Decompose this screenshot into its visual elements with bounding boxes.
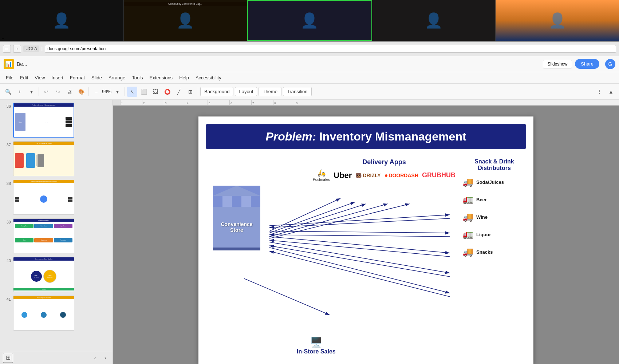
shapes-tool-button[interactable]: ⭕ xyxy=(162,87,172,97)
menu-tools[interactable]: Tools xyxy=(129,74,146,82)
user-avatar[interactable]: G xyxy=(605,59,615,69)
slide-num-39: 39 xyxy=(2,218,11,224)
zoom-decrease-button[interactable]: − xyxy=(91,87,101,97)
ruler-mark-8: 8 xyxy=(273,100,295,105)
slide-item-37[interactable]: 37 The OLD Way (as 2022) xyxy=(1,141,111,177)
store-roof-triangle xyxy=(213,186,260,196)
ruler-mark-3: 3 xyxy=(164,100,186,105)
video-bar: 👤 👤 Community Conference Bag... 👤 👤 👤 xyxy=(0,0,619,41)
video-cell-5[interactable]: 👤 xyxy=(496,0,619,41)
paint-format-button[interactable]: 🎨 xyxy=(76,87,86,97)
svg-line-3 xyxy=(269,204,366,235)
video-cell-3[interactable]: 👤 xyxy=(247,0,372,41)
menu-extensions[interactable]: Extensions xyxy=(147,74,176,82)
person-5: 👤 xyxy=(496,0,619,41)
drizly-bear-icon: 🐻 xyxy=(355,173,362,178)
snack-distributors-section: Snack & DrinkDistributors 🚚 Soda/Juices … xyxy=(462,158,526,264)
slide-thumb-40[interactable]: Convenience Store Market 150k+ US Stores… xyxy=(13,257,74,292)
instore-label: In-Store Sales xyxy=(297,348,336,355)
store-body: ConvenienceStore xyxy=(213,207,260,250)
ruler-area: 1 2 3 4 5 6 7 8 9 xyxy=(113,100,619,106)
menu-view[interactable]: View xyxy=(32,74,48,82)
zoom-dropdown-button[interactable]: ▾ xyxy=(112,87,122,97)
print-button[interactable]: 🖨 xyxy=(64,87,75,97)
slide-item-40[interactable]: 40 Convenience Store Market 150k+ US Sto… xyxy=(1,256,111,293)
theme-button[interactable]: Theme xyxy=(259,87,281,96)
forward-button[interactable]: → xyxy=(13,45,21,53)
redo-button[interactable]: ↪ xyxy=(53,87,63,97)
more-options-button[interactable]: ⋮ xyxy=(594,87,604,97)
collapse-button[interactable]: ▲ xyxy=(606,87,616,97)
truck-icon-snacks: 🚚 xyxy=(462,247,473,257)
video-name-1 xyxy=(2,38,4,39)
thumb37-title: The OLD Way (as 2022) xyxy=(13,142,74,145)
undo-button[interactable]: ↩ xyxy=(41,87,51,97)
next-slide-button[interactable]: › xyxy=(101,353,110,362)
video-cell-4[interactable]: 👤 xyxy=(372,0,496,41)
slide-item-36[interactable]: 36 Problem: Inventory Mismanagement Stor… xyxy=(1,102,111,138)
slide-title-bar[interactable]: Problem: Inventory Mismanagement xyxy=(206,124,526,149)
ucla-tab[interactable]: UCLA xyxy=(23,46,39,52)
line-tool-button[interactable]: ╱ xyxy=(174,87,184,97)
share-button[interactable]: Share xyxy=(575,59,599,69)
main-editing-area: 1 2 3 4 5 6 7 8 9 xyxy=(113,100,619,364)
slide-canvas-area[interactable]: Problem: Inventory Mismanagement xyxy=(113,106,619,364)
slide-item-39[interactable]: 39 Potential Markets Grocery Store Conv.… xyxy=(1,218,111,254)
menu-format[interactable]: Format xyxy=(67,74,88,82)
slide-num-40: 40 xyxy=(2,257,11,263)
awning-stripe-3 xyxy=(232,196,241,207)
zoom-in-button[interactable]: + xyxy=(15,87,25,97)
dist-label-beer: Beer xyxy=(476,197,487,202)
back-button[interactable]: ← xyxy=(3,45,11,53)
select-tool-button[interactable]: ↖ xyxy=(127,87,137,97)
slide-thumb-38[interactable]: Inventory Ordering, Management & Sales T… xyxy=(13,180,74,215)
menu-accessibility[interactable]: Accessibility xyxy=(193,74,224,82)
truck-icon-beer: 🚛 xyxy=(462,194,473,205)
video-cell-2[interactable]: 👤 Community Conference Bag... xyxy=(124,0,248,41)
menu-insert[interactable]: Insert xyxy=(48,74,66,82)
image-tool-button[interactable]: 🖼 xyxy=(150,87,161,97)
video-cell-1[interactable]: 👤 xyxy=(0,0,124,41)
slide-thumb-41[interactable]: Best Target Customer xyxy=(13,296,74,331)
snack-dist-title: Snack & DrinkDistributors xyxy=(462,158,526,171)
frame-tool-button[interactable]: ⬜ xyxy=(139,87,149,97)
drizly-text: DRIZLY xyxy=(363,173,381,178)
ruler-marks: 1 2 3 4 5 6 7 8 9 xyxy=(120,100,619,105)
menu-help[interactable]: Help xyxy=(176,74,192,82)
address-bar[interactable] xyxy=(45,45,616,53)
app-logo: 📊 xyxy=(4,59,14,69)
content-area: 36 Problem: Inventory Mismanagement Stor… xyxy=(0,100,619,364)
grid-view-button[interactable]: ⊞ xyxy=(3,353,13,363)
search-button[interactable]: 🔍 xyxy=(3,87,13,97)
slide-item-41[interactable]: 41 Best Target Customer xyxy=(1,295,111,331)
layout-button[interactable]: Layout xyxy=(235,87,257,96)
ruler-horizontal: 1 2 3 4 5 6 7 8 9 xyxy=(120,100,619,106)
dist-soda: 🚚 Soda/Juices xyxy=(462,177,526,187)
person-2: 👤 xyxy=(124,0,247,41)
slide-item-38[interactable]: 38 Inventory Ordering, Management & Sale… xyxy=(1,179,111,215)
dist-liquor: 🚛 Liquor xyxy=(462,229,526,240)
event-banner: Community Conference Bag... xyxy=(124,2,247,6)
transition-button[interactable]: Transition xyxy=(283,87,312,96)
menu-edit[interactable]: Edit xyxy=(17,74,31,82)
slide-num-36: 36 xyxy=(2,103,11,108)
slide-thumb-36[interactable]: Problem: Inventory Mismanagement Store →… xyxy=(13,103,74,138)
zoom-control: − 99% ▾ xyxy=(91,87,122,97)
background-button[interactable]: Background xyxy=(200,87,233,96)
slideshow-button[interactable]: Slideshow xyxy=(543,60,572,68)
svg-line-9 xyxy=(269,242,450,273)
thumb39-content: Grocery Store Conv. Stores Liquor Stores… xyxy=(15,224,72,252)
slide-thumb-37[interactable]: The OLD Way (as 2022) xyxy=(13,141,74,176)
ruler-corner xyxy=(113,100,120,106)
person-4: 👤 xyxy=(372,0,496,41)
app-header: 📊 Be... Slideshow Share G xyxy=(0,56,619,72)
slide-thumb-39[interactable]: Potential Markets Grocery Store Conv. St… xyxy=(13,218,74,253)
dist-label-soda: Soda/Juices xyxy=(476,179,504,185)
svg-line-16 xyxy=(244,278,330,315)
menu-arrange[interactable]: Arrange xyxy=(106,74,128,82)
menu-file[interactable]: File xyxy=(3,74,16,82)
prev-slide-button[interactable]: ‹ xyxy=(91,353,99,362)
menu-slide[interactable]: Slide xyxy=(88,74,105,82)
table-tool-button[interactable]: ⊞ xyxy=(185,87,196,97)
zoom-out-button[interactable]: ▾ xyxy=(26,87,36,97)
